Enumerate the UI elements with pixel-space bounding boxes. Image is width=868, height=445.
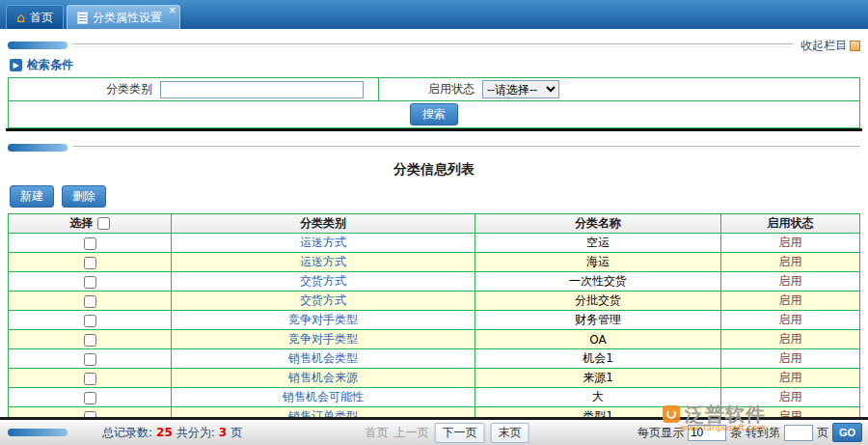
- category-name: 海运: [475, 253, 721, 272]
- per-page-label: 每页显示: [637, 425, 684, 441]
- category-name: 大: [475, 388, 721, 407]
- search-button-row: 搜索: [9, 101, 860, 128]
- category-link[interactable]: 销售机会可能性: [283, 390, 364, 403]
- search-form-row: 分类类别 启用状态 --请选择--: [9, 78, 860, 101]
- table-row: 交货方式一次性交货启用: [9, 272, 860, 292]
- enable-status-select[interactable]: --请选择--: [482, 80, 559, 98]
- status-text: 启用: [779, 255, 802, 268]
- total-records-label: 总记录数:: [102, 425, 152, 441]
- row-checkbox[interactable]: [84, 295, 96, 308]
- status-text: 启用: [779, 236, 802, 249]
- row-checkbox[interactable]: [84, 373, 96, 385]
- divider-line: [73, 43, 793, 47]
- row-checkbox[interactable]: [84, 237, 96, 250]
- close-icon[interactable]: ×: [169, 6, 176, 15]
- category-name: 财务管理: [475, 311, 721, 330]
- tab-home-label: 首页: [30, 10, 53, 26]
- column-category: 分类类别: [172, 214, 475, 234]
- search-conditions-title: 检索条件: [27, 57, 73, 73]
- column-select: 选择: [9, 214, 172, 234]
- status-text: 启用: [779, 274, 802, 288]
- tab-active-label: 分类属性设置: [93, 10, 162, 26]
- search-form: 分类类别 启用状态 --请选择-- 搜索: [8, 77, 860, 128]
- category-link[interactable]: 运送方式: [300, 255, 346, 268]
- page-size-controls: 每页显示 条 转到第 页 GO: [637, 423, 862, 442]
- status-text: 启用: [779, 332, 802, 346]
- category-type-cell: [156, 78, 379, 101]
- pager: 首页 上一页 下一页 末页: [366, 423, 529, 443]
- status-text: 启用: [779, 371, 802, 384]
- row-checkbox[interactable]: [84, 392, 96, 404]
- status-text: 启用: [779, 390, 802, 403]
- first-page-link[interactable]: 首页: [366, 425, 389, 441]
- per-page-input[interactable]: [688, 425, 726, 441]
- table-row: 运送方式海运启用: [9, 253, 860, 272]
- search-conditions-header: ▶ 检索条件: [10, 57, 858, 73]
- divider-accent-bar: [8, 144, 68, 152]
- status-text: 启用: [779, 351, 802, 365]
- list-title: 分类信息列表: [0, 161, 868, 179]
- footer-left: [8, 429, 68, 436]
- row-checkbox[interactable]: [84, 353, 96, 366]
- enable-status-cell: --请选择--: [478, 78, 860, 101]
- category-type-input[interactable]: [160, 81, 364, 98]
- select-all-checkbox[interactable]: [97, 217, 110, 230]
- row-checkbox[interactable]: [84, 257, 96, 269]
- section-divider-list: [8, 143, 860, 153]
- table-row: 销售机会来源来源1启用: [9, 369, 860, 388]
- section-divider-top: 收起栏目: [8, 41, 860, 50]
- go-button[interactable]: GO: [832, 423, 862, 442]
- category-link[interactable]: 竞争对手类型: [288, 332, 358, 346]
- table-row: 竞争对手类型OA启用: [9, 330, 860, 349]
- collapse-columns-label: 收起栏目: [800, 38, 847, 54]
- table-row: 销售机会类型机会1启用: [9, 349, 860, 369]
- tab-home[interactable]: ⌂ 首页: [6, 5, 64, 29]
- tab-category-attribute-settings[interactable]: 分类属性设置 ×: [67, 5, 180, 29]
- page: ⌂ 首页 分类属性设置 × 收起栏目 ▶ 检索条件 分类类别 启用状态: [0, 0, 868, 445]
- category-name: 空运: [475, 234, 721, 253]
- category-link[interactable]: 竞争对手类型: [288, 313, 358, 326]
- tab-bar: ⌂ 首页 分类属性设置 ×: [0, 0, 868, 29]
- pages-value: 3: [219, 426, 227, 439]
- row-checkbox[interactable]: [84, 276, 96, 289]
- column-status: 启用状态: [721, 214, 860, 234]
- category-type-label: 分类类别: [9, 78, 157, 101]
- table-row: 运送方式空运启用: [9, 234, 860, 253]
- category-link[interactable]: 销售机会来源: [288, 371, 358, 384]
- table-header-row: 选择 分类类别 分类名称 启用状态: [9, 214, 860, 234]
- row-checkbox[interactable]: [84, 315, 96, 327]
- category-table: 选择 分类类别 分类名称 启用状态 运送方式空运启用运送方式海运启用交货方式一次…: [8, 213, 860, 427]
- record-summary: 总记录数: 25 共分为: 3 页: [102, 425, 242, 441]
- delete-button[interactable]: 删除: [62, 185, 106, 208]
- category-name: 机会1: [475, 349, 721, 369]
- home-icon: ⌂: [16, 12, 25, 23]
- enable-status-label: 启用状态: [379, 78, 479, 101]
- column-name: 分类名称: [475, 214, 721, 234]
- category-link[interactable]: 交货方式: [300, 274, 346, 288]
- collapse-icon: [850, 41, 860, 51]
- new-button[interactable]: 新建: [10, 185, 54, 208]
- goto-page-label: 转到第: [746, 425, 780, 441]
- divider-line: [73, 146, 860, 150]
- category-link[interactable]: 交货方式: [300, 293, 346, 307]
- per-page-suffix: 条: [730, 425, 742, 441]
- category-table-body: 运送方式空运启用运送方式海运启用交货方式一次性交货启用交货方式分批交货启用竞争对…: [9, 234, 860, 427]
- search-button[interactable]: 搜索: [410, 103, 458, 125]
- list-toolbar: 新建 删除: [10, 185, 868, 208]
- category-link[interactable]: 运送方式: [300, 236, 346, 249]
- prev-page-link[interactable]: 上一页: [394, 425, 429, 441]
- row-checkbox[interactable]: [84, 334, 96, 347]
- search-conditions-icon: ▶: [10, 59, 22, 71]
- column-select-label: 选择: [69, 216, 93, 230]
- divider-accent-bar: [8, 42, 68, 49]
- status-text: 启用: [779, 293, 802, 307]
- last-page-button[interactable]: 末页: [491, 423, 529, 443]
- collapse-columns-link[interactable]: 收起栏目: [800, 38, 860, 54]
- category-name: 分批交货: [475, 292, 721, 311]
- category-link[interactable]: 销售机会类型: [288, 351, 358, 365]
- document-icon: [77, 12, 88, 24]
- goto-page-input[interactable]: [784, 425, 813, 441]
- table-row: 销售机会可能性大启用: [9, 388, 860, 407]
- next-page-button[interactable]: 下一页: [435, 423, 485, 443]
- pages-label: 共分为:: [176, 425, 215, 441]
